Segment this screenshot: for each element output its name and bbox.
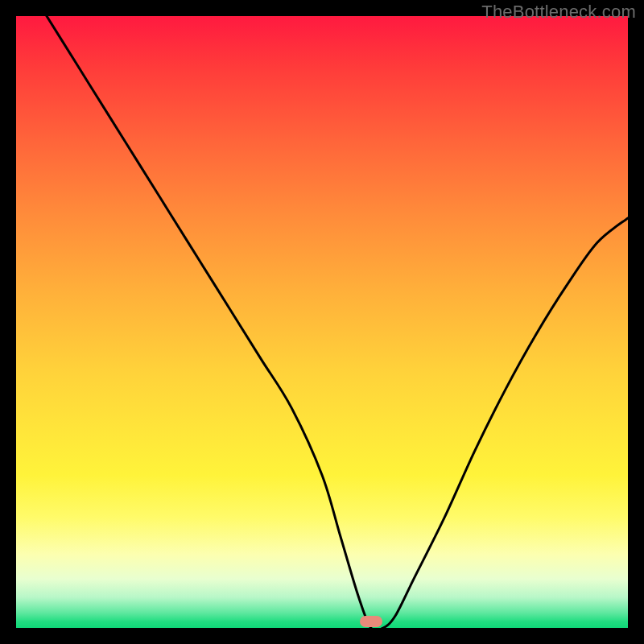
optimal-point-marker bbox=[360, 616, 382, 627]
chart-frame: TheBottleneck.com bbox=[0, 0, 644, 644]
bottleneck-curve bbox=[16, 16, 628, 628]
plot-area bbox=[16, 16, 628, 628]
curve-svg bbox=[16, 16, 628, 628]
watermark-text: TheBottleneck.com bbox=[481, 2, 636, 23]
